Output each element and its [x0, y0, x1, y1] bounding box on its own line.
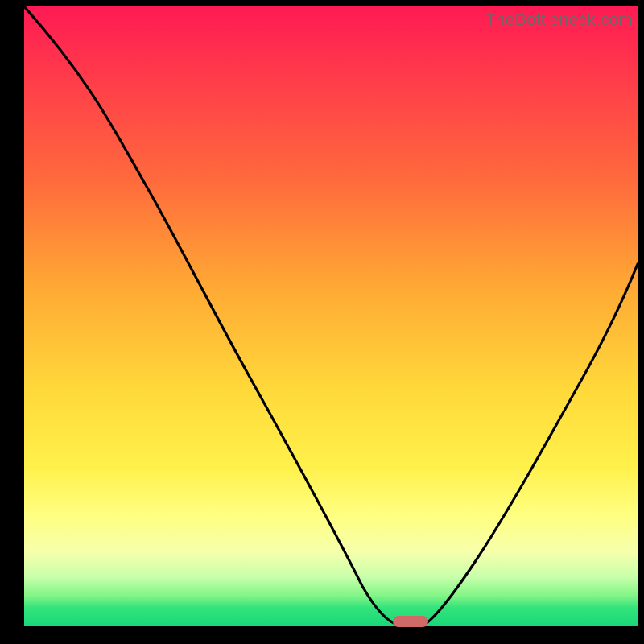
right-curve [424, 264, 638, 625]
plot-area: TheBottleneck.com [24, 6, 638, 626]
left-curve [24, 6, 398, 625]
bottleneck-marker [393, 616, 428, 627]
chart-frame: TheBottleneck.com [0, 0, 644, 644]
watermark-text: TheBottleneck.com [485, 10, 633, 29]
curve-layer [24, 6, 638, 626]
